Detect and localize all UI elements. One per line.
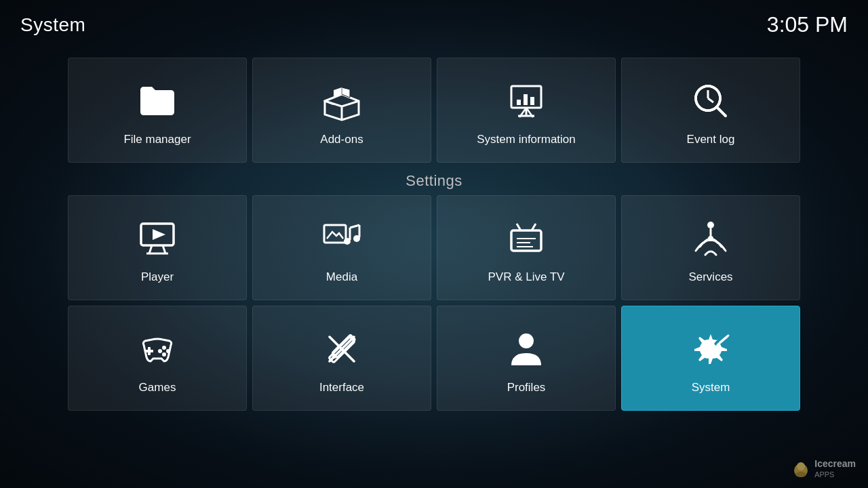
- svg-line-11: [708, 98, 713, 102]
- player-icon: [134, 215, 181, 262]
- svg-rect-26: [511, 230, 541, 251]
- tile-services[interactable]: Services: [621, 195, 800, 300]
- watermark-icon: [791, 460, 810, 479]
- tile-system-information-label: System information: [477, 133, 576, 146]
- services-icon: [687, 215, 734, 262]
- tile-games[interactable]: Games: [68, 306, 247, 411]
- main-content: File manager Add-ons: [0, 51, 868, 488]
- tile-system-information[interactable]: System information: [437, 58, 616, 163]
- tile-player-label: Player: [141, 270, 174, 284]
- tile-pvr-live-tv[interactable]: PVR & Live TV: [437, 195, 616, 300]
- watermark-text: Icecream APPS: [814, 458, 856, 480]
- tile-system[interactable]: System: [621, 306, 800, 411]
- svg-rect-5: [524, 94, 528, 105]
- page-title: System: [20, 14, 85, 36]
- settings-row-1: Player Media: [68, 195, 800, 300]
- tile-pvr-live-tv-label: PVR & Live TV: [488, 270, 564, 284]
- svg-line-17: [163, 245, 165, 253]
- pvr-icon: [502, 215, 550, 262]
- folder-icon: [134, 77, 181, 125]
- svg-line-13: [717, 107, 726, 116]
- tile-event-log[interactable]: Event log: [621, 58, 800, 163]
- addons-icon: [318, 77, 366, 125]
- tile-media-label: Media: [326, 270, 357, 284]
- svg-rect-4: [517, 100, 521, 105]
- tile-system-label: System: [692, 381, 730, 394]
- svg-point-37: [162, 346, 166, 350]
- svg-rect-6: [530, 97, 534, 105]
- tile-interface[interactable]: Interface: [252, 306, 431, 411]
- tile-file-manager[interactable]: File manager: [68, 58, 247, 163]
- system-icon: [687, 325, 734, 373]
- tile-profiles-label: Profiles: [507, 381, 546, 394]
- svg-point-24: [344, 238, 351, 245]
- top-row: File manager Add-ons: [68, 58, 800, 163]
- media-icon: [318, 215, 366, 262]
- tile-add-ons-label: Add-ons: [320, 133, 363, 146]
- svg-marker-19: [153, 229, 165, 240]
- svg-point-40: [162, 352, 166, 357]
- settings-section-label: Settings: [68, 163, 800, 195]
- tile-services-label: Services: [688, 270, 732, 284]
- svg-point-52: [797, 462, 805, 470]
- header: System 3:05 PM: [0, 0, 868, 49]
- svg-point-32: [708, 236, 713, 241]
- svg-point-46: [519, 333, 534, 348]
- sysinfo-icon: [502, 77, 550, 125]
- eventlog-icon: [687, 77, 734, 125]
- svg-rect-36: [145, 350, 153, 352]
- games-icon: [134, 325, 181, 373]
- tile-interface-label: Interface: [319, 381, 364, 394]
- svg-point-39: [158, 349, 162, 353]
- watermark: Icecream APPS: [791, 458, 856, 480]
- tile-file-manager-label: File manager: [123, 133, 191, 146]
- tile-profiles[interactable]: Profiles: [437, 306, 616, 411]
- tile-add-ons[interactable]: Add-ons: [252, 58, 431, 163]
- svg-point-25: [353, 235, 360, 242]
- svg-point-33: [707, 222, 714, 228]
- clock-display: 3:05 PM: [767, 12, 848, 37]
- tile-event-log-label: Event log: [687, 133, 735, 146]
- tile-media[interactable]: Media: [252, 195, 431, 300]
- tile-player[interactable]: Player: [68, 195, 247, 300]
- svg-point-53: [795, 472, 806, 477]
- settings-row-2: Games Interface: [68, 306, 800, 411]
- interface-icon: [318, 325, 366, 373]
- tile-games-label: Games: [139, 381, 176, 394]
- svg-line-22: [350, 225, 359, 228]
- svg-point-38: [166, 349, 170, 353]
- svg-line-16: [149, 245, 152, 253]
- profiles-icon: [502, 325, 550, 373]
